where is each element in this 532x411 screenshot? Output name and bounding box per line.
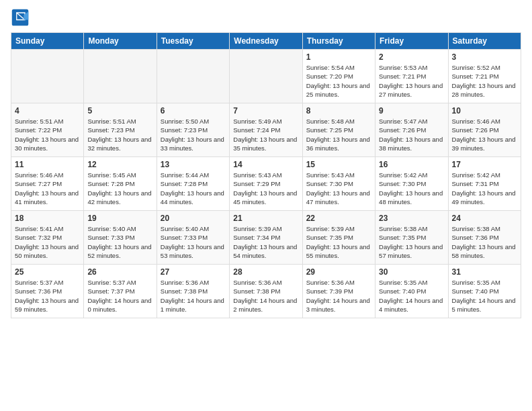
day-info: Sunrise: 5:48 AMSunset: 7:25 PMDaylight:… (306, 117, 371, 152)
day-info: Sunrise: 5:51 AMSunset: 7:22 PMDaylight:… (15, 117, 80, 152)
calendar-day-cell: 3Sunrise: 5:52 AMSunset: 7:21 PMDaylight… (448, 50, 521, 103)
calendar-day-cell: 17Sunrise: 5:42 AMSunset: 7:31 PMDayligh… (448, 157, 521, 211)
day-info: Sunrise: 5:50 AMSunset: 7:23 PMDaylight:… (161, 117, 226, 152)
day-info: Sunrise: 5:38 AMSunset: 7:36 PMDaylight:… (452, 224, 517, 260)
calendar-day-cell: 29Sunrise: 5:36 AMSunset: 7:39 PMDayligh… (302, 265, 375, 318)
day-info: Sunrise: 5:38 AMSunset: 7:35 PMDaylight:… (379, 224, 444, 260)
calendar-day-cell: 12Sunrise: 5:45 AMSunset: 7:28 PMDayligh… (84, 157, 157, 211)
calendar-day-cell: 4Sunrise: 5:51 AMSunset: 7:22 PMDaylight… (11, 103, 84, 157)
calendar-day-cell: 15Sunrise: 5:43 AMSunset: 7:30 PMDayligh… (302, 157, 375, 211)
calendar-day-cell: 16Sunrise: 5:42 AMSunset: 7:30 PMDayligh… (375, 157, 448, 211)
calendar-week-row: 25Sunrise: 5:37 AMSunset: 7:36 PMDayligh… (11, 265, 521, 318)
day-number: 14 (233, 160, 298, 169)
calendar-day-cell: 18Sunrise: 5:41 AMSunset: 7:32 PMDayligh… (11, 211, 84, 265)
calendar-day-cell (157, 50, 229, 103)
day-number: 11 (15, 160, 80, 169)
calendar-day-cell: 9Sunrise: 5:47 AMSunset: 7:26 PMDaylight… (375, 103, 448, 157)
day-info: Sunrise: 5:47 AMSunset: 7:26 PMDaylight:… (379, 117, 444, 152)
calendar-day-cell: 21Sunrise: 5:39 AMSunset: 7:34 PMDayligh… (230, 211, 302, 265)
calendar-day-cell: 28Sunrise: 5:36 AMSunset: 7:38 PMDayligh… (230, 265, 302, 318)
day-number: 5 (87, 106, 152, 116)
day-number: 18 (15, 214, 80, 223)
day-info: Sunrise: 5:46 AMSunset: 7:27 PMDaylight:… (15, 171, 80, 206)
day-number: 10 (452, 106, 517, 116)
day-info: Sunrise: 5:35 AMSunset: 7:40 PMDaylight:… (452, 278, 517, 314)
calendar-day-cell: 1Sunrise: 5:54 AMSunset: 7:20 PMDaylight… (302, 50, 375, 103)
day-info: Sunrise: 5:43 AMSunset: 7:30 PMDaylight:… (306, 171, 371, 206)
day-number: 31 (452, 267, 517, 277)
day-number: 30 (379, 267, 444, 277)
calendar-day-cell (230, 50, 302, 103)
day-number: 26 (87, 267, 152, 277)
day-info: Sunrise: 5:42 AMSunset: 7:30 PMDaylight:… (379, 171, 444, 206)
day-info: Sunrise: 5:54 AMSunset: 7:20 PMDaylight:… (306, 63, 371, 99)
day-number: 24 (452, 214, 517, 223)
day-number: 1 (306, 52, 371, 62)
day-number: 8 (306, 106, 371, 116)
calendar-day-cell: 2Sunrise: 5:53 AMSunset: 7:21 PMDaylight… (375, 50, 448, 103)
day-info: Sunrise: 5:42 AMSunset: 7:31 PMDaylight:… (452, 171, 517, 206)
calendar-week-row: 1Sunrise: 5:54 AMSunset: 7:20 PMDaylight… (11, 50, 521, 103)
day-info: Sunrise: 5:37 AMSunset: 7:37 PMDaylight:… (87, 278, 152, 314)
day-number: 21 (233, 214, 298, 223)
calendar-day-cell: 31Sunrise: 5:35 AMSunset: 7:40 PMDayligh… (448, 265, 521, 318)
day-number: 29 (306, 267, 371, 277)
day-info: Sunrise: 5:40 AMSunset: 7:33 PMDaylight:… (87, 224, 152, 260)
calendar-day-cell: 27Sunrise: 5:36 AMSunset: 7:38 PMDayligh… (157, 265, 229, 318)
day-info: Sunrise: 5:36 AMSunset: 7:38 PMDaylight:… (161, 278, 226, 314)
calendar-day-cell (11, 50, 84, 103)
day-number: 13 (161, 160, 226, 169)
day-number: 2 (379, 52, 444, 62)
calendar-day-cell: 14Sunrise: 5:43 AMSunset: 7:29 PMDayligh… (230, 157, 302, 211)
day-info: Sunrise: 5:36 AMSunset: 7:39 PMDaylight:… (306, 278, 371, 314)
day-number: 19 (87, 214, 152, 223)
calendar-day-cell (84, 50, 157, 103)
day-info: Sunrise: 5:36 AMSunset: 7:38 PMDaylight:… (233, 278, 298, 314)
calendar-day-cell: 26Sunrise: 5:37 AMSunset: 7:37 PMDayligh… (84, 265, 157, 318)
calendar-page: SundayMondayTuesdayWednesdayThursdayFrid… (0, 0, 532, 325)
calendar-day-cell: 6Sunrise: 5:50 AMSunset: 7:23 PMDaylight… (157, 103, 229, 157)
day-number: 16 (379, 160, 444, 169)
day-header-saturday: Saturday (448, 33, 521, 50)
day-info: Sunrise: 5:35 AMSunset: 7:40 PMDaylight:… (379, 278, 444, 314)
day-header-monday: Monday (84, 33, 157, 50)
logo-icon (11, 8, 30, 27)
calendar-day-cell: 24Sunrise: 5:38 AMSunset: 7:36 PMDayligh… (448, 211, 521, 265)
day-number: 28 (233, 267, 298, 277)
day-header-friday: Friday (375, 33, 448, 50)
day-number: 4 (15, 106, 80, 116)
day-info: Sunrise: 5:44 AMSunset: 7:28 PMDaylight:… (161, 171, 226, 206)
calendar-day-cell: 7Sunrise: 5:49 AMSunset: 7:24 PMDaylight… (230, 103, 302, 157)
day-number: 6 (161, 106, 226, 116)
day-header-sunday: Sunday (11, 33, 84, 50)
day-info: Sunrise: 5:53 AMSunset: 7:21 PMDaylight:… (379, 63, 444, 99)
day-info: Sunrise: 5:43 AMSunset: 7:29 PMDaylight:… (233, 171, 298, 206)
page-header (11, 8, 521, 27)
calendar-day-cell: 13Sunrise: 5:44 AMSunset: 7:28 PMDayligh… (157, 157, 229, 211)
day-number: 25 (15, 267, 80, 277)
day-info: Sunrise: 5:40 AMSunset: 7:33 PMDaylight:… (161, 224, 226, 260)
day-number: 7 (233, 106, 298, 116)
calendar-day-cell: 19Sunrise: 5:40 AMSunset: 7:33 PMDayligh… (84, 211, 157, 265)
day-info: Sunrise: 5:39 AMSunset: 7:34 PMDaylight:… (233, 224, 298, 260)
calendar-day-cell: 25Sunrise: 5:37 AMSunset: 7:36 PMDayligh… (11, 265, 84, 318)
day-info: Sunrise: 5:49 AMSunset: 7:24 PMDaylight:… (233, 117, 298, 152)
day-header-tuesday: Tuesday (157, 33, 229, 50)
calendar-day-cell: 22Sunrise: 5:39 AMSunset: 7:35 PMDayligh… (302, 211, 375, 265)
calendar-day-cell: 30Sunrise: 5:35 AMSunset: 7:40 PMDayligh… (375, 265, 448, 318)
day-number: 15 (306, 160, 371, 169)
calendar-week-row: 11Sunrise: 5:46 AMSunset: 7:27 PMDayligh… (11, 157, 521, 211)
calendar-day-cell: 20Sunrise: 5:40 AMSunset: 7:33 PMDayligh… (157, 211, 229, 265)
day-number: 27 (161, 267, 226, 277)
day-number: 22 (306, 214, 371, 223)
day-info: Sunrise: 5:37 AMSunset: 7:36 PMDaylight:… (15, 278, 80, 314)
day-info: Sunrise: 5:39 AMSunset: 7:35 PMDaylight:… (306, 224, 371, 260)
day-number: 12 (87, 160, 152, 169)
day-info: Sunrise: 5:45 AMSunset: 7:28 PMDaylight:… (87, 171, 152, 206)
day-header-thursday: Thursday (302, 33, 375, 50)
day-number: 17 (452, 160, 517, 169)
day-number: 23 (379, 214, 444, 223)
day-info: Sunrise: 5:52 AMSunset: 7:21 PMDaylight:… (452, 63, 517, 99)
day-info: Sunrise: 5:46 AMSunset: 7:26 PMDaylight:… (452, 117, 517, 152)
day-header-wednesday: Wednesday (230, 33, 302, 50)
